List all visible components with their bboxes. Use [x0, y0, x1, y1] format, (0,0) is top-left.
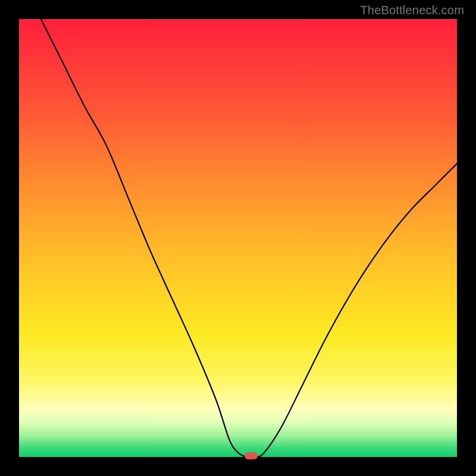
- curve-svg: [19, 19, 457, 457]
- optimal-marker: [245, 452, 258, 459]
- plot-area: [19, 19, 457, 457]
- watermark-text: TheBottleneck.com: [360, 4, 464, 17]
- bottleneck-curve: [41, 19, 457, 458]
- chart-frame: TheBottleneck.com: [0, 0, 476, 476]
